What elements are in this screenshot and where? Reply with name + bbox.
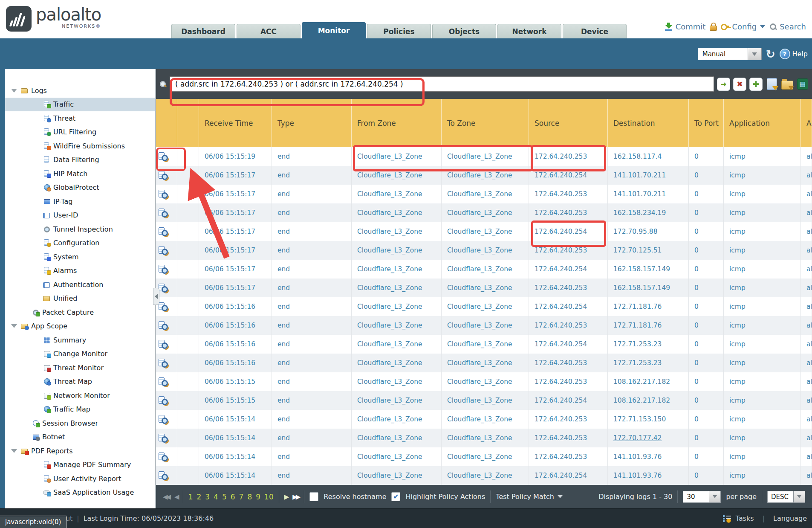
nav-tab[interactable]: Monitor [302, 22, 366, 38]
sidebar-item[interactable]: App Scope [5, 319, 155, 334]
sidebar-item[interactable]: Threat Monitor [5, 361, 155, 375]
sidebar-item[interactable]: WildFire Submissions [5, 139, 155, 153]
page-number[interactable]: 4 [214, 493, 218, 501]
log-detail-cell[interactable] [156, 185, 177, 203]
cell-destination[interactable]: 141.101.70.211 [608, 185, 689, 203]
column-header[interactable] [177, 99, 199, 147]
page-number[interactable]: 8 [247, 493, 252, 501]
log-detail-cell[interactable] [156, 222, 177, 241]
log-filter-input[interactable] [170, 76, 714, 92]
sidebar-collapse-handle[interactable] [153, 288, 159, 305]
log-detail-magnifier-icon[interactable] [159, 359, 169, 368]
lock-icon[interactable] [710, 23, 717, 31]
log-detail-cell[interactable] [156, 372, 177, 391]
cell-source[interactable]: 172.64.240.254 [529, 335, 608, 354]
log-detail-cell[interactable] [156, 354, 177, 372]
tasks-link[interactable]: Tasks [736, 514, 754, 522]
filter-builder-icon[interactable] [766, 78, 778, 90]
sidebar-item[interactable]: Logs [5, 84, 155, 98]
log-detail-cell[interactable] [156, 260, 177, 279]
prev-page-icon[interactable]: ◀ [174, 493, 178, 501]
log-detail-magnifier-icon[interactable] [159, 246, 169, 255]
cell-source[interactable]: 172.64.240.253 [529, 316, 608, 335]
log-detail-magnifier-icon[interactable] [159, 396, 169, 405]
refresh-mode-dropdown-button[interactable] [748, 48, 762, 60]
sidebar-item[interactable]: Change Monitor [5, 347, 155, 361]
clear-filter-icon[interactable]: ✖ [733, 78, 746, 91]
expand-triangle-icon[interactable] [11, 324, 17, 328]
sidebar-item[interactable]: Configuration [5, 236, 155, 250]
per-page-dropdown-button[interactable] [709, 491, 721, 503]
log-detail-magnifier-icon[interactable] [159, 152, 169, 161]
search-button[interactable]: Search [769, 22, 806, 31]
log-detail-magnifier-icon[interactable] [159, 209, 169, 218]
log-detail-magnifier-icon[interactable] [159, 415, 169, 424]
log-detail-magnifier-icon[interactable] [159, 284, 169, 293]
sidebar-item[interactable]: PDF Reports [5, 444, 155, 458]
cell-destination[interactable]: 162.158.234.19 [608, 203, 689, 222]
cell-destination[interactable]: 172.70.95.88 [608, 222, 689, 241]
last-page-icon[interactable]: ▶▶ [292, 493, 299, 501]
cell-source[interactable]: 172.64.240.253 [529, 203, 608, 222]
resolve-hostname-checkbox[interactable] [309, 492, 318, 501]
first-page-icon[interactable]: ◀◀ [163, 493, 169, 501]
sidebar-item[interactable]: Authentication [5, 278, 155, 292]
sidebar-item[interactable]: Unified [5, 292, 155, 306]
nav-tab[interactable]: Policies [367, 24, 431, 38]
cell-destination[interactable]: 108.162.217.182 [608, 391, 689, 410]
cell-destination[interactable]: 172.71.253.23 [608, 354, 689, 372]
sidebar-item[interactable]: GlobalProtect [5, 181, 155, 195]
sidebar-item[interactable]: Summary [5, 333, 155, 347]
column-header[interactable]: To Port [689, 99, 724, 147]
add-filter-icon[interactable]: ✚ [749, 78, 763, 91]
sidebar-item[interactable]: Tunnel Inspection [5, 222, 155, 236]
page-number[interactable]: 10 [264, 493, 274, 501]
commit-button[interactable]: Commit [665, 22, 706, 31]
sidebar-item[interactable]: HIP Match [5, 167, 155, 181]
cell-destination[interactable]: 141.101.93.76 [608, 447, 689, 466]
cell-source[interactable]: 172.64.240.253 [529, 410, 608, 429]
sidebar-item[interactable]: Threat Map [5, 375, 155, 389]
sidebar-item[interactable]: Session Browser [5, 416, 155, 430]
cell-source[interactable]: 172.64.240.254 [529, 297, 608, 316]
nav-tab[interactable]: Device [563, 24, 627, 38]
column-header[interactable]: Application [724, 99, 801, 147]
log-detail-cell[interactable] [156, 391, 177, 410]
sidebar-item[interactable]: Traffic Map [5, 403, 155, 417]
cell-destination[interactable]: 172.71.181.76 [608, 316, 689, 335]
page-number[interactable]: 6 [231, 493, 235, 501]
column-header[interactable]: Source [529, 99, 608, 147]
cell-destination[interactable]: 172.71.153.150 [608, 410, 689, 429]
cell-source[interactable]: 172.64.240.253 [529, 372, 608, 391]
next-page-icon[interactable]: ▶ [284, 493, 288, 501]
cell-destination[interactable]: 172.71.181.76 [608, 297, 689, 316]
page-number[interactable]: 5 [222, 493, 227, 501]
log-detail-cell[interactable] [156, 447, 177, 466]
log-detail-cell[interactable] [156, 335, 177, 354]
config-menu-button[interactable]: Config [721, 22, 765, 31]
apply-filter-icon[interactable]: ➜ [717, 78, 730, 91]
nav-tab[interactable]: Objects [432, 24, 496, 38]
log-detail-cell[interactable] [156, 241, 177, 260]
sidebar-item[interactable]: Traffic [5, 98, 155, 112]
log-detail-magnifier-icon[interactable] [159, 321, 169, 330]
sidebar-item[interactable]: User-ID [5, 209, 155, 223]
cell-source[interactable]: 172.64.240.254 [529, 222, 608, 241]
log-detail-cell[interactable] [156, 147, 177, 166]
cell-destination[interactable]: 162.158.157.149 [608, 260, 689, 279]
sidebar-item[interactable]: Packet Capture [5, 305, 155, 319]
sidebar-item[interactable]: Threat [5, 111, 155, 125]
log-detail-magnifier-icon[interactable] [159, 302, 169, 311]
log-detail-cell[interactable] [156, 429, 177, 447]
sidebar-item[interactable]: Manage PDF Summary [5, 458, 155, 472]
log-detail-magnifier-icon[interactable] [159, 340, 169, 349]
sidebar-item[interactable]: URL Filtering [5, 125, 155, 139]
cell-destination[interactable]: 172.70.177.42 [608, 429, 689, 447]
refresh-mode-select[interactable]: Manual [698, 48, 762, 60]
sidebar-item[interactable]: Data Filtering [5, 153, 155, 167]
log-detail-magnifier-icon[interactable] [159, 171, 169, 180]
page-number[interactable]: 7 [239, 493, 244, 501]
sort-order-select[interactable]: DESC [767, 491, 805, 503]
cell-destination[interactable]: 162.158.117.4 [608, 147, 689, 166]
export-csv-icon[interactable]: ▦ [796, 78, 809, 90]
